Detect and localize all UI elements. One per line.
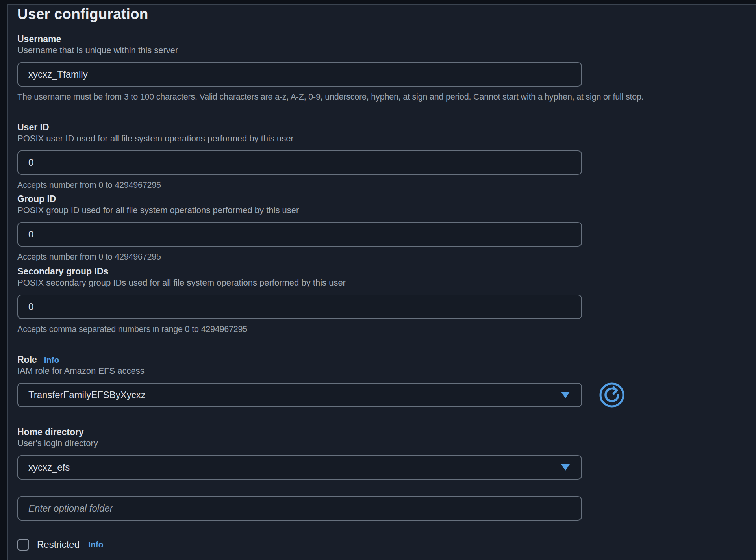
secondary-group-ids-description: POSIX secondary group IDs used for all f…	[17, 277, 756, 288]
user-configuration-panel: User configuration Username Username tha…	[7, 4, 756, 560]
role-select[interactable]: TransferFamilyEFSByXycxz	[17, 383, 582, 407]
page-title: User configuration	[17, 6, 756, 23]
restricted-checkbox[interactable]	[17, 539, 29, 551]
home-directory-label: Home directory	[17, 426, 756, 438]
home-directory-selected-value: xycxz_efs	[28, 462, 70, 473]
username-constraint: The username must be from 3 to 100 chara…	[17, 91, 756, 102]
chevron-down-icon	[561, 392, 570, 398]
user-id-label: User ID	[17, 121, 756, 133]
optional-folder-input[interactable]	[17, 496, 582, 521]
home-directory-select[interactable]: xycxz_efs	[17, 455, 582, 480]
chevron-down-icon	[561, 464, 570, 471]
role-selected-value: TransferFamilyEFSByXycxz	[28, 389, 146, 401]
role-description: IAM role for Amazon EFS access	[17, 365, 756, 376]
username-input[interactable]	[17, 62, 582, 87]
home-directory-description: User's login directory	[17, 438, 756, 449]
secondary-group-ids-constraint: Accepts comma separated numbers in range…	[17, 324, 756, 335]
secondary-group-ids-input[interactable]	[17, 295, 582, 319]
restricted-info-link[interactable]: Info	[88, 540, 103, 549]
username-description: Username that is unique within this serv…	[17, 45, 756, 56]
user-id-input[interactable]	[17, 150, 582, 175]
group-id-input[interactable]	[17, 222, 582, 247]
refresh-roles-button[interactable]	[599, 382, 625, 408]
restricted-label: Restricted	[37, 539, 80, 550]
user-id-constraint: Accepts number from 0 to 4294967295	[17, 180, 756, 191]
group-id-description: POSIX group ID used for all file system …	[17, 205, 756, 216]
role-info-link[interactable]: Info	[44, 355, 59, 365]
user-id-description: POSIX user ID used for all file system o…	[17, 133, 756, 144]
secondary-group-ids-label: Secondary group IDs	[17, 265, 756, 277]
group-id-label: Group ID	[17, 193, 756, 205]
username-label: Username	[17, 33, 756, 45]
role-label: Role	[17, 354, 37, 365]
group-id-constraint: Accepts number from 0 to 4294967295	[17, 251, 756, 262]
refresh-icon	[599, 403, 625, 409]
